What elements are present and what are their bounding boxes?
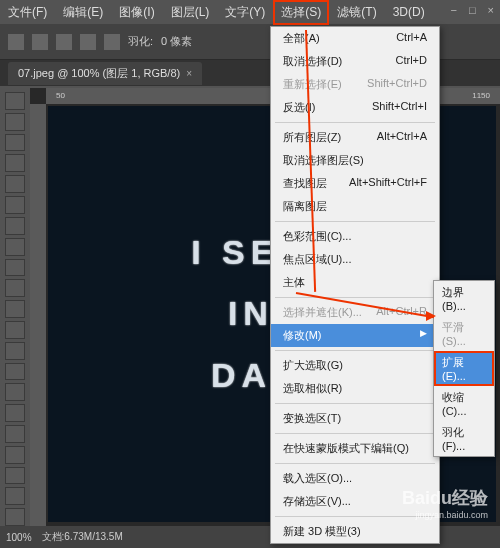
- blur-tool-icon[interactable]: [5, 363, 25, 381]
- zoom-tool-icon[interactable]: [5, 508, 25, 526]
- menubar: 文件(F) 编辑(E) 图像(I) 图层(L) 文字(Y) 选择(S) 滤镜(T…: [0, 0, 500, 24]
- menu-select[interactable]: 选择(S): [273, 0, 329, 25]
- modify-submenu: 边界(B)... 平滑(S)... 扩展(E)... 收缩(C)... 羽化(F…: [433, 280, 495, 457]
- ruler-vertical: [30, 104, 46, 526]
- crop-tool-icon[interactable]: [5, 175, 25, 193]
- menu-image[interactable]: 图像(I): [111, 0, 162, 25]
- document-tab[interactable]: 07.jpeg @ 100% (图层 1, RGB/8) ×: [8, 62, 202, 85]
- selection-new-icon[interactable]: [32, 34, 48, 50]
- tool-preset-icon[interactable]: [8, 34, 24, 50]
- menu-separator: [275, 297, 435, 298]
- brush-tool-icon[interactable]: [5, 259, 25, 277]
- submenu-item-smooth: 平滑(S)...: [434, 316, 494, 351]
- annotation-arrow-icon: [426, 311, 436, 321]
- window-controls: − □ ×: [450, 4, 494, 16]
- menu-separator: [275, 221, 435, 222]
- menu-item-deselect[interactable]: 取消选择(D)Ctrl+D: [271, 50, 439, 73]
- menu-file[interactable]: 文件(F): [0, 0, 55, 25]
- menu-layer[interactable]: 图层(L): [163, 0, 218, 25]
- type-tool-icon[interactable]: [5, 425, 25, 443]
- menu-item-reselect: 重新选择(E)Shift+Ctrl+D: [271, 73, 439, 96]
- menu-item-transform-selection[interactable]: 变换选区(T): [271, 407, 439, 430]
- move-tool-icon[interactable]: [5, 92, 25, 110]
- menu-filter[interactable]: 滤镜(T): [329, 0, 384, 25]
- menu-item-new-3d[interactable]: 新建 3D 模型(3): [271, 520, 439, 543]
- history-brush-tool-icon[interactable]: [5, 300, 25, 318]
- path-tool-icon[interactable]: [5, 446, 25, 464]
- close-button[interactable]: ×: [488, 4, 494, 16]
- wand-tool-icon[interactable]: [5, 154, 25, 172]
- menu-item-similar[interactable]: 选取相似(R): [271, 377, 439, 400]
- menu-separator: [275, 122, 435, 123]
- menu-item-color-range[interactable]: 色彩范围(C)...: [271, 225, 439, 248]
- select-menu-dropdown: 全部(A)Ctrl+A 取消选择(D)Ctrl+D 重新选择(E)Shift+C…: [270, 26, 440, 544]
- app-window: 文件(F) 编辑(E) 图像(I) 图层(L) 文字(Y) 选择(S) 滤镜(T…: [0, 0, 500, 548]
- watermark-brand: Baidu经验: [402, 486, 488, 510]
- marquee-tool-icon[interactable]: [5, 113, 25, 131]
- zoom-level[interactable]: 100%: [6, 532, 32, 543]
- selection-add-icon[interactable]: [56, 34, 72, 50]
- menu-3d[interactable]: 3D(D): [385, 1, 433, 23]
- minimize-button[interactable]: −: [450, 4, 456, 16]
- eraser-tool-icon[interactable]: [5, 321, 25, 339]
- tools-panel: [0, 88, 30, 526]
- menu-item-all[interactable]: 全部(A)Ctrl+A: [271, 27, 439, 50]
- ruler-tick: 1150: [472, 91, 490, 100]
- menu-item-quick-mask[interactable]: 在快速蒙版模式下编辑(Q): [271, 437, 439, 460]
- menu-separator: [275, 403, 435, 404]
- feather-label: 羽化:: [128, 34, 153, 49]
- maximize-button[interactable]: □: [469, 4, 476, 16]
- gradient-tool-icon[interactable]: [5, 342, 25, 360]
- tab-title: 07.jpeg @ 100% (图层 1, RGB/8): [18, 66, 180, 81]
- tab-close-icon[interactable]: ×: [186, 68, 192, 79]
- menu-item-grow[interactable]: 扩大选取(G): [271, 354, 439, 377]
- frame-tool-icon[interactable]: [5, 196, 25, 214]
- selection-intersect-icon[interactable]: [104, 34, 120, 50]
- eyedropper-tool-icon[interactable]: [5, 217, 25, 235]
- menu-separator: [275, 350, 435, 351]
- menu-item-isolate-layers[interactable]: 隔离图层: [271, 195, 439, 218]
- menu-item-all-layers[interactable]: 所有图层(Z)Alt+Ctrl+A: [271, 126, 439, 149]
- stamp-tool-icon[interactable]: [5, 279, 25, 297]
- doc-size: 文档:6.73M/13.5M: [42, 530, 123, 544]
- submenu-item-contract[interactable]: 收缩(C)...: [434, 386, 494, 421]
- submenu-item-border[interactable]: 边界(B)...: [434, 281, 494, 316]
- submenu-arrow-icon: ▶: [420, 328, 427, 343]
- menu-item-focus-area[interactable]: 焦点区域(U)...: [271, 248, 439, 271]
- heal-tool-icon[interactable]: [5, 238, 25, 256]
- hand-tool-icon[interactable]: [5, 487, 25, 505]
- menu-separator: [275, 433, 435, 434]
- menu-edit[interactable]: 编辑(E): [55, 0, 111, 25]
- submenu-item-expand[interactable]: 扩展(E)...: [434, 351, 494, 386]
- submenu-item-feather[interactable]: 羽化(F)...: [434, 421, 494, 456]
- dodge-tool-icon[interactable]: [5, 383, 25, 401]
- watermark: Baidu经验 jingyan.baidu.com: [402, 486, 488, 520]
- menu-separator: [275, 463, 435, 464]
- menu-item-find-layers[interactable]: 查找图层Alt+Shift+Ctrl+F: [271, 172, 439, 195]
- feather-value[interactable]: 0 像素: [161, 34, 192, 49]
- watermark-url: jingyan.baidu.com: [402, 510, 488, 520]
- menu-type[interactable]: 文字(Y): [217, 0, 273, 25]
- menu-item-modify[interactable]: 修改(M)▶: [271, 324, 439, 347]
- ruler-tick: 50: [56, 91, 65, 100]
- shape-tool-icon[interactable]: [5, 467, 25, 485]
- lasso-tool-icon[interactable]: [5, 134, 25, 152]
- pen-tool-icon[interactable]: [5, 404, 25, 422]
- menu-item-subject[interactable]: 主体: [271, 271, 439, 294]
- selection-subtract-icon[interactable]: [80, 34, 96, 50]
- menu-item-inverse[interactable]: 反选(I)Shift+Ctrl+I: [271, 96, 439, 119]
- menu-item-deselect-layers[interactable]: 取消选择图层(S): [271, 149, 439, 172]
